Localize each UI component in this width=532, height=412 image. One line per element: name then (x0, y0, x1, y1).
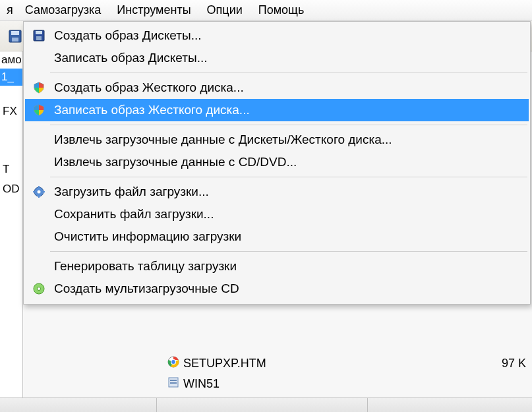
menu-label: Сохранить файл загрузки... (54, 207, 214, 221)
svg-rect-9 (38, 196, 40, 198)
file-name: WIN51 (183, 377, 220, 391)
menubar-item-tools[interactable]: Инструменты (109, 1, 198, 20)
left-fragment: T (0, 160, 22, 179)
menu-label: Генерировать таблицу загрузки (54, 259, 237, 274)
menu-write-floppy-image[interactable]: Записать образ Дискеты... (25, 47, 529, 69)
save-icon[interactable] (5, 26, 25, 46)
floppy-icon (30, 29, 47, 42)
tree-row[interactable]: амо (0, 51, 22, 69)
menu-extract-boot-floppy-hdd[interactable]: Извлечь загрузочные данные с Дискеты/Жес… (25, 129, 529, 151)
menu-label: Очистить информацию загрузки (54, 229, 241, 244)
svg-rect-10 (33, 191, 35, 192)
menu-separator (50, 251, 527, 252)
menu-create-multiboot-cd[interactable]: Создать мультизагрузочные CD (25, 278, 529, 300)
menu-extract-boot-cddvd[interactable]: Извлечь загрузочные данные с CD/DVD... (25, 151, 529, 173)
file-list: SETUPXP.HTM 97 K WIN51 (162, 353, 531, 394)
shield-icon (30, 81, 47, 94)
svg-rect-5 (36, 36, 42, 40)
menubar-item-selfload[interactable]: Самозагрузка (17, 1, 109, 20)
disc-green-icon (30, 282, 47, 295)
shield-icon (30, 103, 47, 117)
menu-label: Загрузить файл загрузки... (54, 185, 209, 199)
svg-rect-11 (43, 191, 45, 192)
menubar-item-fragment[interactable]: я (3, 1, 17, 20)
menu-label: Записать образ Дискеты... (54, 51, 207, 65)
menu-create-hdd-image[interactable]: Создать образ Жесткого диска... (25, 76, 529, 99)
menu-separator (50, 73, 527, 73)
menu-label: Создать образ Жесткого диска... (54, 80, 244, 95)
svg-rect-1 (11, 31, 19, 35)
left-fragment: FX (0, 102, 22, 121)
menu-generate-boot-table[interactable]: Генерировать таблицу загрузки (25, 255, 529, 278)
svg-rect-17 (170, 380, 177, 381)
tree-row-selected[interactable]: 1_ (0, 69, 22, 86)
menu-separator (50, 125, 527, 125)
menu-clear-boot-info[interactable]: Очистить информацию загрузки (25, 225, 529, 248)
svg-rect-4 (36, 31, 42, 34)
file-size: 97 K (502, 357, 526, 370)
file-name: SETUPXP.HTM (183, 357, 266, 370)
svg-rect-8 (38, 186, 40, 188)
svg-point-13 (38, 287, 41, 291)
menu-separator (50, 177, 527, 177)
gear-icon (30, 185, 47, 198)
svg-rect-18 (170, 382, 177, 384)
menubar-item-options[interactable]: Опции (199, 1, 251, 20)
statusbar (0, 397, 532, 412)
menubar: я Самозагрузка Инструменты Опции Помощь (0, 0, 532, 21)
svg-rect-2 (12, 38, 18, 42)
chrome-icon (167, 356, 179, 371)
menu-load-boot-file[interactable]: Загрузить файл загрузки... (25, 181, 529, 203)
selfload-dropdown: Создать образ Дискеты... Записать образ … (23, 21, 531, 305)
menu-create-floppy-image[interactable]: Создать образ Дискеты... (25, 24, 529, 47)
svg-point-15 (171, 360, 176, 365)
file-row[interactable]: SETUPXP.HTM 97 K (162, 353, 531, 374)
menu-label: Создать образ Дискеты... (54, 28, 201, 43)
sys-icon (167, 376, 179, 392)
menu-label: Создать мультизагрузочные CD (54, 281, 239, 296)
left-fragment: OD (0, 179, 22, 199)
file-row[interactable]: WIN51 (162, 374, 531, 394)
svg-point-7 (38, 191, 41, 194)
menu-label: Извлечь загрузочные данные с CD/DVD... (54, 155, 297, 169)
menu-write-hdd-image[interactable]: Записать образ Жесткого диска... (25, 99, 529, 121)
menu-label: Записать образ Жесткого диска... (54, 103, 250, 117)
tree-panel: амо 1_ FX T OD (0, 51, 23, 407)
menu-save-boot-file[interactable]: Сохранить файл загрузки... (25, 203, 529, 225)
menu-label: Извлечь загрузочные данные с Дискеты/Жес… (54, 132, 392, 147)
menubar-item-help[interactable]: Помощь (251, 1, 312, 20)
